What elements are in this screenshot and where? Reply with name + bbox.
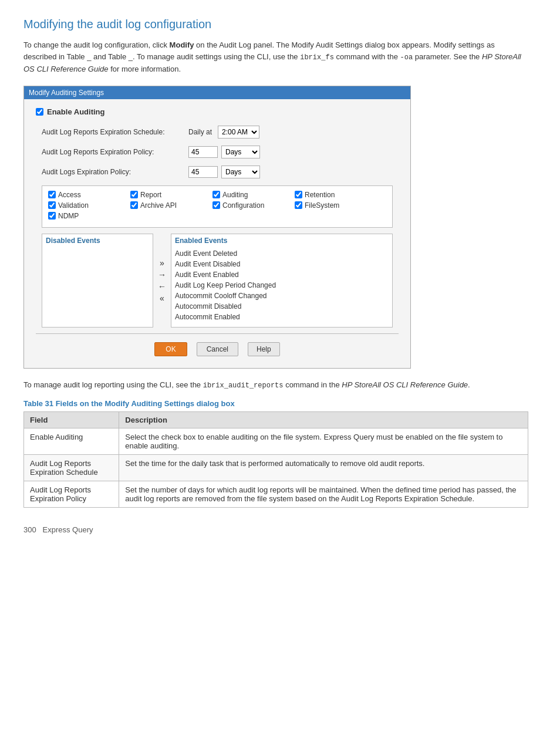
list-item[interactable]: Audit Event Disabled — [171, 259, 392, 269]
checkbox-access-input[interactable] — [48, 191, 56, 198]
table-body: Enable AuditingSelect the check box to e… — [24, 428, 528, 508]
field-column-header: Field — [24, 412, 119, 428]
disabled-events-list — [42, 247, 153, 249]
reports-expiration-policy-label: Audit Log Reports Expiration Policy: — [42, 148, 188, 156]
table-cell-description: Select the check box to enable auditing … — [119, 428, 528, 455]
enabled-events-header: Enabled Events — [171, 234, 392, 247]
checkbox-auditing-input[interactable] — [212, 191, 220, 198]
checkbox-report-label: Report — [140, 191, 161, 199]
cli-paragraph: To manage audit log reporting using the … — [23, 379, 528, 391]
ok-button[interactable]: OK — [154, 342, 187, 356]
footer-label: Express Query — [43, 525, 93, 534]
table-row: Audit Log Reports Expiration PolicySet t… — [24, 481, 528, 508]
checkbox-configuration-input[interactable] — [212, 201, 220, 209]
enabled-events-scroll[interactable]: Audit Event DeletedAudit Event DisabledA… — [171, 247, 392, 323]
table-cell-field: Audit Log Reports Expiration Policy — [24, 481, 119, 508]
checkbox-report-input[interactable] — [130, 191, 138, 198]
checkbox-filesystem-label: FileSystem — [305, 201, 339, 210]
checkbox-access-label: Access — [58, 191, 81, 199]
description-column-header: Description — [119, 412, 528, 428]
reports-expiration-policy-input[interactable] — [188, 146, 218, 158]
dialog-body: Enable Auditing Audit Log Reports Expira… — [24, 99, 410, 368]
audit-reports-code: ibrix_audit_reports — [203, 382, 284, 390]
logs-expiration-policy-row: Audit Logs Expiration Policy: Days Weeks… — [36, 166, 399, 178]
disabled-events-header: Disabled Events — [42, 234, 153, 247]
logs-expiration-policy-input[interactable] — [188, 166, 218, 178]
guide-ref-italic: HP StoreAll OS CLI Reference Guide — [23, 52, 521, 73]
checkbox-ndmp: NDMP — [48, 212, 124, 220]
move-all-left-button[interactable]: « — [159, 293, 165, 303]
checkbox-validation: Validation — [48, 201, 124, 210]
reports-expiration-policy-row: Audit Log Reports Expiration Policy: Day… — [36, 146, 399, 158]
table-row: Audit Log Reports Expiration ScheduleSet… — [24, 455, 528, 481]
checkboxes-panel: Access Report Auditing Retention — [42, 185, 393, 228]
cancel-button[interactable]: Cancel — [197, 342, 238, 356]
help-button[interactable]: Help — [248, 342, 280, 356]
logs-expiration-policy-controls: Days Weeks Months — [188, 166, 260, 178]
checkbox-retention: Retention — [295, 191, 371, 199]
checkbox-ndmp-input[interactable] — [48, 212, 56, 220]
enable-auditing-row: Enable Auditing — [36, 107, 399, 116]
checkbox-retention-label: Retention — [305, 191, 335, 199]
checkbox-validation-label: Validation — [58, 201, 89, 210]
checkbox-retention-input[interactable] — [295, 191, 302, 198]
dialog-title-bar: Modify Auditing Settings — [24, 86, 410, 99]
enable-auditing-checkbox[interactable] — [36, 108, 43, 116]
table-caption: Table 31 Fields on the Modify Auditing S… — [23, 399, 537, 408]
table-cell-field: Enable Auditing — [24, 428, 119, 455]
enabled-events-panel: Enabled Events Audit Event DeletedAudit … — [171, 234, 393, 328]
page-footer: 300 Express Query — [23, 525, 537, 534]
checkbox-archive-api-label: Archive API — [140, 201, 177, 210]
list-item[interactable]: Audit Log Keep Period Changed — [171, 280, 392, 291]
modify-bold: Modify — [170, 40, 194, 49]
fields-table: Field Description Enable AuditingSelect … — [23, 411, 528, 508]
move-right-button[interactable]: → — [157, 270, 167, 279]
list-item[interactable]: Autocommit Cooloff Changed — [171, 291, 392, 301]
checkboxes-row-1: Access Report Auditing Retention — [48, 191, 386, 201]
modify-auditing-dialog: Modify Auditing Settings Enable Auditing… — [23, 86, 411, 369]
list-item[interactable]: Audit Event Enabled — [171, 269, 392, 280]
checkbox-configuration-label: Configuration — [222, 201, 264, 210]
checkbox-archive-api: Archive API — [130, 201, 207, 210]
move-all-right-button[interactable]: » — [159, 258, 165, 268]
page-title: Modifying the audit log configuration — [23, 18, 537, 31]
arrow-controls: » → ← « — [153, 234, 171, 328]
checkbox-access: Access — [48, 191, 124, 199]
daily-at-label: Daily at — [188, 128, 212, 136]
expiration-schedule-controls: Daily at 2:00 AM 3:00 AM 4:00 AM — [188, 126, 259, 139]
checkbox-validation-input[interactable] — [48, 201, 56, 209]
oa-code: -oa — [400, 53, 413, 62]
move-left-button[interactable]: ← — [157, 282, 167, 291]
dialog-buttons: OK Cancel Help — [36, 339, 399, 362]
checkbox-configuration: Configuration — [212, 201, 289, 210]
table-header-row: Field Description — [24, 412, 528, 428]
checkboxes-row-3: NDMP — [48, 212, 386, 222]
checkbox-archive-api-input[interactable] — [130, 201, 138, 209]
logs-expiration-policy-unit-select[interactable]: Days Weeks Months — [221, 166, 260, 178]
reports-expiration-policy-unit-select[interactable]: Days Weeks Months — [221, 146, 260, 158]
expiration-schedule-label: Audit Log Reports Expiration Schedule: — [42, 128, 188, 136]
list-item[interactable]: Audit Event Deleted — [171, 248, 392, 259]
dialog-separator — [36, 333, 399, 334]
intro-paragraph: To change the audit log configuration, c… — [23, 39, 528, 75]
table-cell-field: Audit Log Reports Expiration Schedule — [24, 455, 119, 481]
checkbox-filesystem: FileSystem — [295, 201, 371, 210]
table-cell-description: Set the number of days for which audit l… — [119, 481, 528, 508]
cli-guide-italic: HP StoreAll OS CLI Reference Guide — [342, 380, 468, 389]
checkbox-filesystem-input[interactable] — [295, 201, 302, 209]
disabled-events-panel: Disabled Events — [42, 234, 153, 328]
enable-auditing-label: Enable Auditing — [47, 107, 104, 116]
logs-expiration-policy-label: Audit Logs Expiration Policy: — [42, 168, 188, 176]
reports-expiration-policy-controls: Days Weeks Months — [188, 146, 260, 158]
checkbox-report: Report — [130, 191, 207, 199]
checkbox-ndmp-label: NDMP — [58, 212, 79, 220]
expiration-schedule-row: Audit Log Reports Expiration Schedule: D… — [36, 126, 399, 139]
table-cell-description: Set the time for the daily task that is … — [119, 455, 528, 481]
ibrix-fs-code: ibrix_fs — [300, 53, 334, 62]
footer-page-number: 300 — [23, 525, 36, 534]
expiration-schedule-select[interactable]: 2:00 AM 3:00 AM 4:00 AM — [218, 126, 259, 139]
checkboxes-row-2: Validation Archive API Configuration Fil… — [48, 201, 386, 212]
list-item[interactable]: Autocommit Disabled — [171, 301, 392, 312]
list-item[interactable]: Autocommit Enabled — [171, 312, 392, 322]
checkbox-auditing: Auditing — [212, 191, 289, 199]
